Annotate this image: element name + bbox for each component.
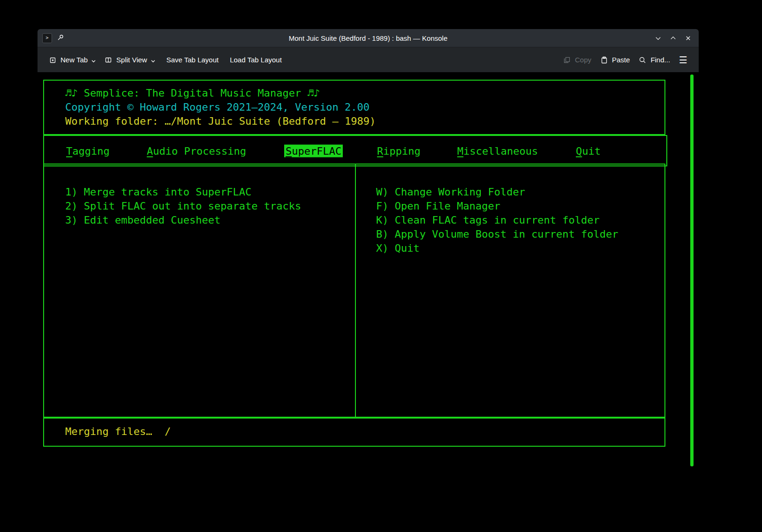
app-title: ♬♪ Semplice: The Digital Music Manager ♬… xyxy=(65,86,664,100)
new-tab-button[interactable]: New Tab xyxy=(44,52,100,67)
find-button[interactable]: Find... xyxy=(634,52,674,67)
hamburger-menu-icon[interactable]: ☰ xyxy=(674,52,692,67)
menu-label: ipping xyxy=(383,145,420,157)
copy-label: Copy xyxy=(575,56,591,64)
split-view-button[interactable]: Split View xyxy=(100,52,159,67)
menu-label: iscellaneous xyxy=(463,145,538,157)
menu-item-ripping[interactable]: Ripping xyxy=(377,145,421,157)
copy-icon xyxy=(563,56,571,64)
option-change-working-folder[interactable]: W) Change Working Folder xyxy=(376,185,664,199)
menu-item-superflac[interactable]: SuperFLAC xyxy=(284,144,343,157)
window-title: Mont Juic Suite (Bedford - 1989) : bash … xyxy=(289,34,448,42)
konsole-app-icon[interactable]: > xyxy=(42,33,52,43)
close-icon[interactable] xyxy=(684,34,692,42)
new-tab-icon xyxy=(48,56,57,64)
minimize-icon[interactable] xyxy=(654,34,662,42)
option-apply-volume-boost[interactable]: B) Apply Volume Boost in current folder xyxy=(376,227,664,241)
scrollbar[interactable] xyxy=(690,75,694,466)
terminal-area[interactable]: ♬♪ Semplice: The Digital Music Manager ♬… xyxy=(38,72,699,470)
titlebar-left: > xyxy=(42,29,64,47)
option-edit-cuesheet[interactable]: 3) Edit embedded Cuesheet xyxy=(65,213,355,227)
menu-label: uit xyxy=(582,145,601,157)
save-tab-layout-label: Save Tab Layout xyxy=(166,56,219,64)
menu-item-quit[interactable]: Quit xyxy=(576,145,601,157)
paste-button[interactable]: Paste xyxy=(596,52,634,67)
menu-hotkey: R xyxy=(377,145,383,157)
titlebar-right xyxy=(654,29,692,47)
option-open-file-manager[interactable]: F) Open File Manager xyxy=(376,199,664,213)
menu-hotkey: A xyxy=(147,145,153,157)
chevron-down-icon xyxy=(91,60,96,63)
status-text: Merging files… / xyxy=(65,425,664,439)
app-copyright: Copyright © Howard Rogers 2021–2024, Ver… xyxy=(65,100,664,114)
working-folder: Working folder: …/Mont Juic Suite (Bedfo… xyxy=(65,114,664,128)
menu-hotkey: Q xyxy=(576,145,582,157)
chevron-down-icon xyxy=(151,60,155,63)
menu-bar: Tagging Audio Processing SuperFLAC Rippi… xyxy=(43,135,667,166)
toolbar: New Tab Split View Save Tab Layout Load … xyxy=(38,47,699,72)
menu-hotkey: M xyxy=(457,145,463,157)
load-tab-layout-button[interactable]: Load Tab Layout xyxy=(226,52,286,67)
menu-item-audio-processing[interactable]: Audio Processing xyxy=(147,145,246,157)
split-view-icon xyxy=(104,56,113,64)
app-header-box: ♬♪ Semplice: The Digital Music Manager ♬… xyxy=(43,80,665,135)
paste-label: Paste xyxy=(612,56,630,64)
menu-item-tagging[interactable]: Tagging xyxy=(66,145,110,157)
menu-item-miscellaneous[interactable]: Miscellaneous xyxy=(457,145,538,157)
menu-hotkey: S xyxy=(286,145,292,157)
menu-hotkey: T xyxy=(66,145,72,157)
titlebar[interactable]: > Mont Juic Suite (Bedford - 1989) : bas… xyxy=(38,29,699,47)
menu-label: udio Processing xyxy=(153,145,246,157)
menu-label: uperFLAC xyxy=(292,145,341,157)
global-options-panel: W) Change Working Folder F) Open File Ma… xyxy=(356,165,664,417)
split-view-label: Split View xyxy=(116,56,147,64)
maximize-icon[interactable] xyxy=(669,34,677,42)
pin-icon[interactable] xyxy=(57,34,64,43)
find-label: Find... xyxy=(650,56,670,64)
option-quit[interactable]: X) Quit xyxy=(376,241,664,255)
new-tab-label: New Tab xyxy=(60,56,88,64)
paste-icon xyxy=(600,56,608,64)
status-bar: Merging files… / xyxy=(43,418,665,447)
option-split-flac[interactable]: 2) Split FLAC out into separate tracks xyxy=(65,199,355,213)
main-panels: 1) Merge tracks into SuperFLAC 2) Split … xyxy=(43,164,665,418)
save-tab-layout-button[interactable]: Save Tab Layout xyxy=(162,52,223,67)
option-clean-flac-tags[interactable]: K) Clean FLAC tags in current folder xyxy=(376,213,664,227)
menu-label: agging xyxy=(72,145,109,157)
load-tab-layout-label: Load Tab Layout xyxy=(230,56,282,64)
option-merge-tracks[interactable]: 1) Merge tracks into SuperFLAC xyxy=(65,185,355,199)
konsole-window: > Mont Juic Suite (Bedford - 1989) : bas… xyxy=(38,29,699,470)
search-icon xyxy=(638,56,647,64)
copy-button[interactable]: Copy xyxy=(558,52,596,67)
superflac-options-panel: 1) Merge tracks into SuperFLAC 2) Split … xyxy=(44,165,356,417)
